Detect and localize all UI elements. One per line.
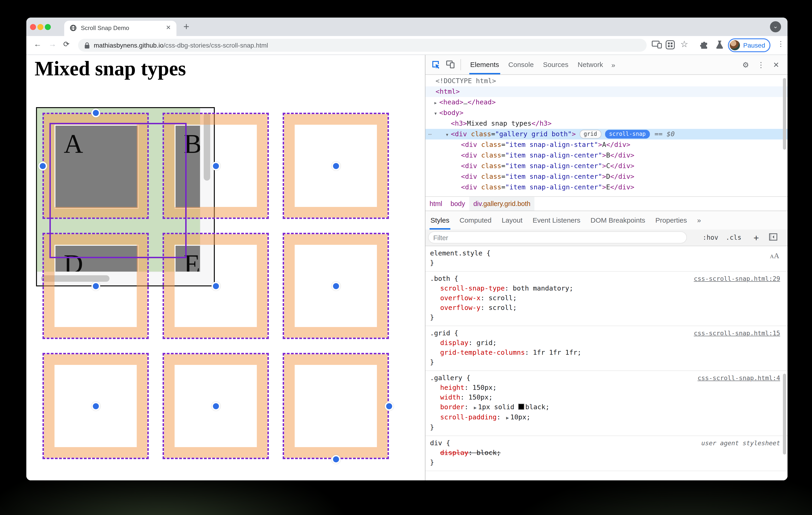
flask-icon[interactable] [716,40,726,50]
new-style-rule-button[interactable]: + [754,230,759,246]
page-viewport: Mixed snap types ABCDE [26,55,425,480]
stylesheet-link[interactable]: css-scroll-snap.html:29 [694,274,780,284]
settings-gear-icon[interactable]: ⚙ [743,60,749,69]
styles-tab-event-listeners[interactable]: Event Listeners [527,211,585,230]
browser-menu-icon[interactable]: ⋮ [777,40,784,48]
more-styles-tabs-chevron[interactable]: » [692,211,706,230]
css-declaration[interactable]: grid-template-columns: 1fr 1fr 1fr; [430,348,783,357]
devices-icon[interactable] [652,40,662,50]
css-declaration[interactable]: height: 150px; [430,383,783,393]
breadcrumb-item-html[interactable]: html [426,197,446,211]
tree-row[interactable]: <!DOCTYPE html> [426,76,787,86]
tab-close-icon[interactable]: ✕ [166,24,171,31]
snap-point-dot [331,282,340,290]
css-rule-div[interactable]: div {user agent stylesheetdisplay: block… [426,436,787,471]
styles-pane: element.style {AA}.both {css-scroll-snap… [426,246,787,480]
filter-input[interactable]: Filter [428,231,687,244]
css-declaration[interactable]: scroll-snap-type: both mandatory; [430,284,783,293]
stylesheet-link[interactable]: css-scroll-snap.html:4 [697,373,780,383]
styles-tab-computed[interactable]: Computed [455,211,496,230]
snap-point-dot [331,455,340,464]
expand-arrow-icon[interactable]: ▸ [432,97,439,108]
page-heading: Mixed snap types [35,57,186,80]
forward-button[interactable]: → [49,40,56,49]
tab-search-chevron-icon[interactable]: ⌄ [770,21,781,32]
css-declaration[interactable]: display: block; [430,448,783,458]
styles-tab-layout[interactable]: Layout [496,211,527,230]
hov-toggle[interactable]: :hov [703,230,718,246]
breadcrumb: htmlbodydiv.gallery.grid.both [426,196,787,211]
stylesheet-link[interactable]: css-scroll-snap.html:15 [694,328,780,338]
css-declaration[interactable]: display: grid; [430,338,783,348]
grid-badge[interactable]: grid [579,130,601,139]
maximize-window-button[interactable] [45,24,51,30]
tree-row[interactable]: ▾<body> [426,108,787,118]
inspect-element-icon[interactable] [431,59,440,70]
css-declaration[interactable]: scroll-padding: ▶10px; [430,412,783,423]
back-button[interactable]: ← [34,40,41,49]
sidebar-toggle-icon[interactable] [769,233,777,242]
close-window-button[interactable] [30,24,36,30]
devtools-tab-elements[interactable]: Elements [466,55,504,74]
snap-point-dot [91,109,100,117]
tree-row[interactable]: <div class="item snap-align-center">B</d… [426,150,787,161]
css-rule-both[interactable]: .both {css-scroll-snap.html:29scroll-sna… [426,271,787,326]
reload-button[interactable]: ⟳ [63,40,69,49]
devtools-close-icon[interactable]: ✕ [773,60,779,69]
tree-row[interactable]: ⋯▾<div class="gallery grid both">gridscr… [426,129,787,140]
browser-tab[interactable]: Scroll Snap Demo ✕ [64,21,176,36]
paused-label: Paused [743,41,765,49]
font-size-aa-icon[interactable]: AA [770,251,779,261]
breadcrumb-item-div[interactable]: div.gallery.grid.both [469,197,534,211]
more-panels-chevron[interactable]: » [608,61,619,68]
profile-paused-pill[interactable]: Paused [728,38,771,52]
new-tab-button[interactable]: + [183,21,190,33]
snap-point-dot [211,162,220,170]
css-rule-elementstyle[interactable]: element.style {AA} [426,246,787,271]
tab-groups-icon[interactable] [666,40,676,50]
selected-node-marker: == $0 [655,130,675,138]
styles-filter-bar: Filter :hov .cls + [426,230,787,246]
address-bar[interactable]: mathiasbynens.github.io/css-dbg-stories/… [78,39,647,52]
snap-point-dot [331,162,340,170]
devtools-menu-icon[interactable]: ⋮ [757,60,765,69]
css-declaration[interactable]: width: 150px; [430,393,783,402]
expand-arrow-icon[interactable]: ▾ [432,108,439,119]
scroll-snap-badge[interactable]: scroll-snap [605,130,650,139]
styles-scrollbar-thumb[interactable] [783,374,786,455]
devtools-tab-sources[interactable]: Sources [538,55,573,74]
expand-arrow-icon[interactable]: ▾ [443,129,451,140]
styles-tab-properties[interactable]: Properties [650,211,692,230]
elements-scrollbar-thumb[interactable] [783,78,786,150]
devtools-tab-console[interactable]: Console [504,55,538,74]
css-declaration[interactable]: overflow-y: scroll; [430,303,783,313]
css-declaration[interactable]: border: ▶1px solid black; [430,402,783,412]
bookmark-star-icon[interactable]: ☆ [680,39,691,49]
cls-toggle[interactable]: .cls [726,230,741,246]
tree-row[interactable]: <html> [426,86,787,97]
css-rule-gallery[interactable]: .gallery {css-scroll-snap.html:4height: … [426,371,787,436]
tree-row[interactable]: <div class="item snap-align-center">C</d… [426,161,787,171]
breadcrumb-item-body[interactable]: body [446,197,469,211]
minimize-window-button[interactable] [37,24,44,30]
tree-row[interactable]: <div class="item snap-align-start">A</di… [426,140,787,150]
devtools-tab-network[interactable]: Network [573,55,608,74]
tree-row[interactable]: <h3>Mixed snap types</h3> [426,118,787,129]
row-more-actions-icon[interactable]: ⋯ [428,129,432,140]
css-rule-grid[interactable]: .grid {css-scroll-snap.html:15display: g… [426,326,787,371]
snap-point-dot [38,162,47,170]
device-toolbar-icon[interactable] [446,59,455,70]
user-agent-stylesheet-label: user agent stylesheet [701,438,780,448]
extensions-puzzle-icon[interactable] [700,40,710,50]
styles-tab-styles[interactable]: Styles [426,211,455,230]
css-declaration[interactable]: overflow-x: scroll; [430,293,783,303]
tree-row[interactable]: <div class="item snap-align-center">E</d… [426,182,787,193]
browser-toolbar: ← → ⟳ mathiasbynens.github.io/css-dbg-st… [26,36,787,55]
styles-tab-dom-breakpoints[interactable]: DOM Breakpoints [585,211,650,230]
tree-row[interactable]: <div class="item snap-align-center">D</d… [426,171,787,182]
tab-title: Scroll Snap Demo [81,25,129,31]
tree-row[interactable]: ▸<head>…</head> [426,97,787,108]
snap-point-dot [385,402,394,410]
elements-tree: <!DOCTYPE html><html>▸<head>…</head>▾<bo… [426,74,787,196]
lock-icon[interactable] [84,42,90,51]
